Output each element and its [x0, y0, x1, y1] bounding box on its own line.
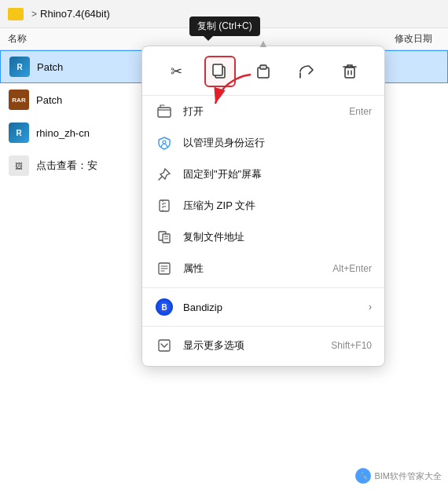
- copy-tooltip-label: 复制 (Ctrl+C): [197, 20, 252, 31]
- menu-item-open[interactable]: 打开 Enter: [142, 96, 384, 127]
- svg-point-6: [163, 141, 166, 144]
- file-icon-patch-rar: RAR: [8, 89, 30, 111]
- properties-shortcut: Alt+Enter: [332, 263, 372, 274]
- file-name-patch-rar: Patch: [36, 94, 62, 106]
- bandizip-icon: B: [155, 298, 174, 316]
- copy-tooltip: 复制 (Ctrl+C): [189, 16, 260, 36]
- admin-icon: [155, 133, 174, 152]
- rhino-lang-icon: R: [9, 122, 29, 143]
- menu-item-run-admin[interactable]: 以管理员身份运行: [142, 127, 384, 159]
- more-options-icon: [155, 336, 174, 355]
- properties-label: 属性: [183, 261, 332, 276]
- more-options-shortcut: Shift+F10: [331, 340, 372, 351]
- menu-item-zip[interactable]: 压缩为 ZIP 文件: [142, 190, 384, 221]
- menu-divider-2: [142, 326, 384, 327]
- admin-label: 以管理员身份运行: [183, 136, 372, 150]
- rar-icon: RAR: [9, 90, 29, 110]
- zip-label: 压缩为 ZIP 文件: [183, 199, 372, 213]
- menu-divider-1: [142, 287, 384, 288]
- col-date-header: 修改日期: [395, 32, 432, 46]
- col-name-header: 名称: [8, 32, 165, 46]
- context-icon-toolbar: ✂: [142, 51, 384, 96]
- share-button[interactable]: [291, 56, 322, 87]
- bandizip-label: Bandizip: [183, 302, 362, 313]
- properties-icon: [155, 259, 174, 278]
- file-icon-rhino-zh: R: [8, 122, 30, 144]
- svg-rect-11: [159, 340, 170, 351]
- menu-item-more-options[interactable]: 显示更多选项 Shift+F10: [142, 330, 384, 361]
- open-label: 打开: [183, 104, 349, 119]
- pin-label: 固定到"开始"屏幕: [183, 167, 372, 181]
- paste-button[interactable]: [248, 56, 279, 87]
- breadcrumb-separator: >: [31, 9, 37, 20]
- bandizip-submenu-arrow: ›: [369, 302, 372, 313]
- breadcrumb-path: Rhino7.4(64bit): [40, 8, 110, 20]
- zip-icon: [155, 196, 174, 215]
- watermark-text: BIM软件管家大全: [374, 470, 442, 482]
- menu-item-pin-start[interactable]: 固定到"开始"屏幕: [142, 159, 384, 190]
- image-icon: 🖼: [9, 155, 29, 176]
- file-name-patch-exe: Patch: [37, 61, 63, 73]
- explorer-window: > Rhino7.4(64bit) 名称 修改日期 R Patch RAR Pa…: [0, 0, 448, 490]
- more-options-label: 显示更多选项: [183, 338, 331, 353]
- svg-rect-3: [260, 65, 266, 69]
- chevron-up-icon: ▲: [258, 37, 269, 49]
- context-menu: ▲ 复制 (Ctrl+C) ✂: [141, 46, 385, 367]
- svg-rect-5: [158, 108, 171, 117]
- svg-rect-4: [345, 68, 354, 78]
- menu-item-bandizip[interactable]: B Bandizip ›: [142, 291, 384, 323]
- watermark-icon: 🔧: [355, 468, 371, 484]
- file-name-rhino-zh: rhino_zh-cn: [36, 127, 90, 139]
- pin-icon: [155, 165, 174, 184]
- file-name-click: 点击查看：安: [36, 159, 97, 173]
- watermark: 🔧 BIM软件管家大全: [355, 468, 442, 484]
- copy-path-icon: [155, 228, 174, 247]
- delete-button[interactable]: [334, 56, 365, 87]
- rhino-app-icon: R: [9, 57, 30, 77]
- svg-rect-1: [213, 64, 222, 75]
- menu-item-properties[interactable]: 属性 Alt+Enter: [142, 253, 384, 284]
- svg-rect-7: [160, 200, 169, 211]
- file-icon-click: 🖼: [8, 155, 30, 177]
- file-icon-patch-exe: R: [9, 56, 31, 78]
- copy-button[interactable]: [204, 56, 236, 87]
- copy-path-label: 复制文件地址: [183, 230, 372, 244]
- folder-icon: [8, 8, 24, 20]
- open-icon: [155, 102, 174, 121]
- open-shortcut: Enter: [349, 106, 372, 117]
- cut-button[interactable]: ✂: [161, 56, 193, 87]
- menu-item-copy-path[interactable]: 复制文件地址: [142, 221, 384, 253]
